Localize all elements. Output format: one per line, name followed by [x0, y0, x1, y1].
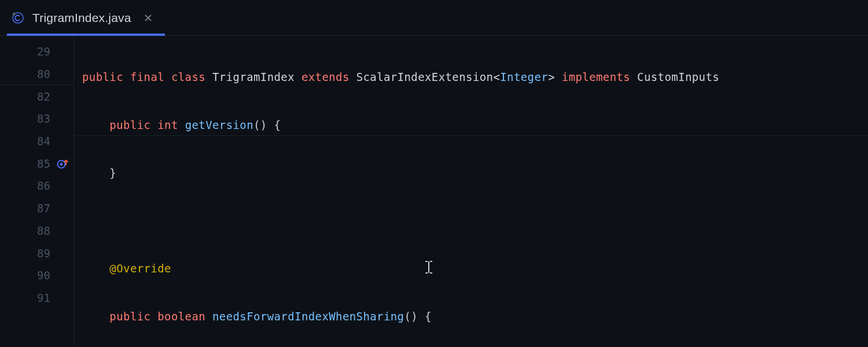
gutter: 29 80 82 83 84 85 86 87 88 89 90 91	[0, 36, 74, 347]
tab-trigramindex[interactable]: TrigramIndex.java	[0, 0, 165, 35]
line-number[interactable]: 91	[0, 287, 73, 309]
line-number[interactable]: 85	[0, 152, 73, 175]
line-number[interactable]: 83	[0, 108, 73, 130]
line-number[interactable]	[0, 309, 73, 331]
code-line[interactable]: public int getVersion() {	[74, 114, 868, 136]
line-number[interactable]: 80	[0, 63, 73, 86]
line-number[interactable]: 89	[0, 242, 73, 264]
tab-title: TrigramIndex.java	[32, 11, 131, 25]
code-line[interactable]: public boolean needsForwardIndexWhenShar…	[74, 305, 868, 327]
code-content[interactable]: public final class TrigramIndex extends …	[74, 36, 868, 347]
code-line[interactable]: }	[74, 161, 868, 184]
line-number[interactable]: 29	[0, 40, 73, 63]
editor[interactable]: 29 80 82 83 84 85 86 87 88 89 90 91 publ…	[0, 36, 868, 347]
code-line[interactable]: public final class TrigramIndex extends …	[74, 66, 868, 88]
line-number[interactable]: 88	[0, 220, 73, 242]
line-number[interactable]: 84	[0, 130, 73, 153]
override-icon[interactable]	[55, 156, 70, 171]
code-line[interactable]: @Override	[74, 257, 868, 280]
code-line[interactable]	[74, 209, 868, 232]
line-number[interactable]: 82	[0, 85, 73, 108]
svg-point-6	[60, 163, 63, 165]
line-number[interactable]: 87	[0, 197, 73, 220]
line-number[interactable]: 86	[0, 175, 73, 197]
line-number[interactable]: 90	[0, 264, 73, 287]
tab-bar: TrigramIndex.java	[0, 0, 868, 36]
close-icon[interactable]	[143, 13, 153, 23]
class-icon	[12, 12, 24, 24]
